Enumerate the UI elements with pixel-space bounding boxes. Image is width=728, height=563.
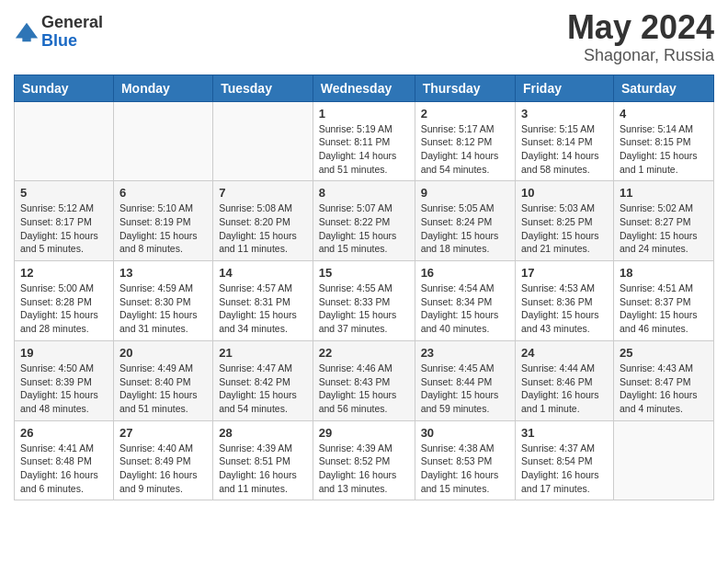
day-info: Sunrise: 5:05 AMSunset: 8:24 PMDaylight:… xyxy=(421,201,509,256)
day-info: Sunrise: 4:41 AMSunset: 8:48 PMDaylight:… xyxy=(20,442,108,496)
main-title: May 2024 xyxy=(567,9,714,46)
calendar-cell xyxy=(15,101,114,181)
day-info: Sunrise: 4:45 AMSunset: 8:44 PMDaylight:… xyxy=(421,362,509,416)
weekday-header-thursday: Thursday xyxy=(415,75,515,101)
day-number: 26 xyxy=(20,426,108,440)
day-number: 22 xyxy=(319,346,409,360)
day-info: Sunrise: 4:37 AMSunset: 8:54 PMDaylight:… xyxy=(521,442,608,496)
day-info: Sunrise: 4:43 AMSunset: 8:47 PMDaylight:… xyxy=(620,362,708,416)
day-number: 24 xyxy=(521,346,608,360)
day-info: Sunrise: 4:40 AMSunset: 8:49 PMDaylight:… xyxy=(119,442,207,496)
day-number: 29 xyxy=(319,426,409,440)
title-block: May 2024 Shagonar, Russia xyxy=(567,9,714,65)
day-info: Sunrise: 4:39 AMSunset: 8:52 PMDaylight:… xyxy=(319,442,409,496)
logo-general-text: General xyxy=(41,14,103,32)
day-info: Sunrise: 5:10 AMSunset: 8:19 PMDaylight:… xyxy=(119,201,207,256)
day-number: 10 xyxy=(521,186,608,200)
calendar-cell: 10Sunrise: 5:03 AMSunset: 8:25 PMDayligh… xyxy=(515,181,613,261)
day-number: 27 xyxy=(119,426,207,440)
weekday-header-monday: Monday xyxy=(113,75,212,101)
day-number: 9 xyxy=(421,186,509,200)
day-number: 19 xyxy=(20,346,108,360)
weekday-header-friday: Friday xyxy=(515,75,613,101)
day-info: Sunrise: 5:15 AMSunset: 8:14 PMDaylight:… xyxy=(521,122,608,177)
day-number: 23 xyxy=(421,346,509,360)
calendar-week-row: 1Sunrise: 5:19 AMSunset: 8:11 PMDaylight… xyxy=(15,101,714,181)
day-number: 20 xyxy=(119,346,207,360)
calendar-cell: 17Sunrise: 4:53 AMSunset: 8:36 PMDayligh… xyxy=(515,261,613,341)
weekday-header-tuesday: Tuesday xyxy=(213,75,313,101)
day-number: 31 xyxy=(521,426,608,440)
day-number: 15 xyxy=(319,266,409,280)
day-number: 21 xyxy=(219,346,307,360)
day-info: Sunrise: 4:51 AMSunset: 8:37 PMDaylight:… xyxy=(620,282,708,336)
weekday-header-saturday: Saturday xyxy=(613,75,713,101)
calendar-cell: 3Sunrise: 5:15 AMSunset: 8:14 PMDaylight… xyxy=(515,101,613,181)
day-number: 4 xyxy=(620,107,708,121)
header: General Blue May 2024 Shagonar, Russia xyxy=(14,9,714,65)
day-info: Sunrise: 4:55 AMSunset: 8:33 PMDaylight:… xyxy=(319,282,409,336)
calendar-cell: 13Sunrise: 4:59 AMSunset: 8:30 PMDayligh… xyxy=(113,261,212,341)
calendar-cell: 12Sunrise: 5:00 AMSunset: 8:28 PMDayligh… xyxy=(15,261,114,341)
calendar-cell: 2Sunrise: 5:17 AMSunset: 8:12 PMDaylight… xyxy=(415,101,515,181)
day-number: 14 xyxy=(219,266,307,280)
calendar-cell: 28Sunrise: 4:39 AMSunset: 8:51 PMDayligh… xyxy=(213,420,313,500)
calendar-cell: 16Sunrise: 4:54 AMSunset: 8:34 PMDayligh… xyxy=(415,261,515,341)
calendar-cell: 18Sunrise: 4:51 AMSunset: 8:37 PMDayligh… xyxy=(613,261,713,341)
calendar-cell: 19Sunrise: 4:50 AMSunset: 8:39 PMDayligh… xyxy=(15,340,114,420)
page: General Blue May 2024 Shagonar, Russia S… xyxy=(0,0,728,514)
day-info: Sunrise: 4:53 AMSunset: 8:36 PMDaylight:… xyxy=(521,282,608,336)
weekday-header-wednesday: Wednesday xyxy=(313,75,415,101)
calendar-cell: 1Sunrise: 5:19 AMSunset: 8:11 PMDaylight… xyxy=(313,101,415,181)
calendar-week-row: 19Sunrise: 4:50 AMSunset: 8:39 PMDayligh… xyxy=(15,340,714,420)
calendar-header-row: SundayMondayTuesdayWednesdayThursdayFrid… xyxy=(15,75,714,101)
calendar-cell: 6Sunrise: 5:10 AMSunset: 8:19 PMDaylight… xyxy=(113,181,212,261)
calendar-week-row: 12Sunrise: 5:00 AMSunset: 8:28 PMDayligh… xyxy=(15,261,714,341)
day-number: 11 xyxy=(620,186,708,200)
day-info: Sunrise: 5:17 AMSunset: 8:12 PMDaylight:… xyxy=(421,122,509,177)
day-info: Sunrise: 4:39 AMSunset: 8:51 PMDaylight:… xyxy=(219,442,307,496)
day-info: Sunrise: 4:50 AMSunset: 8:39 PMDaylight:… xyxy=(20,362,108,416)
day-number: 5 xyxy=(20,186,108,200)
logo-blue-text: Blue xyxy=(41,32,103,51)
weekday-header-sunday: Sunday xyxy=(15,75,114,101)
day-info: Sunrise: 5:00 AMSunset: 8:28 PMDaylight:… xyxy=(20,282,108,336)
calendar-cell: 14Sunrise: 4:57 AMSunset: 8:31 PMDayligh… xyxy=(213,261,313,341)
day-info: Sunrise: 5:02 AMSunset: 8:27 PMDaylight:… xyxy=(620,201,708,256)
calendar-cell: 27Sunrise: 4:40 AMSunset: 8:49 PMDayligh… xyxy=(113,420,212,500)
day-info: Sunrise: 4:57 AMSunset: 8:31 PMDaylight:… xyxy=(219,282,307,336)
calendar-cell: 4Sunrise: 5:14 AMSunset: 8:15 PMDaylight… xyxy=(613,101,713,181)
day-info: Sunrise: 5:07 AMSunset: 8:22 PMDaylight:… xyxy=(319,201,409,256)
day-number: 16 xyxy=(421,266,509,280)
calendar-cell: 20Sunrise: 4:49 AMSunset: 8:40 PMDayligh… xyxy=(113,340,212,420)
day-info: Sunrise: 4:54 AMSunset: 8:34 PMDaylight:… xyxy=(421,282,509,336)
calendar-week-row: 26Sunrise: 4:41 AMSunset: 8:48 PMDayligh… xyxy=(15,420,714,500)
day-number: 3 xyxy=(521,107,608,121)
calendar-cell: 25Sunrise: 4:43 AMSunset: 8:47 PMDayligh… xyxy=(613,340,713,420)
day-info: Sunrise: 5:08 AMSunset: 8:20 PMDaylight:… xyxy=(219,201,307,256)
day-info: Sunrise: 4:46 AMSunset: 8:43 PMDaylight:… xyxy=(319,362,409,416)
calendar-cell: 7Sunrise: 5:08 AMSunset: 8:20 PMDaylight… xyxy=(213,181,313,261)
day-number: 7 xyxy=(219,186,307,200)
day-number: 6 xyxy=(119,186,207,200)
calendar-cell: 29Sunrise: 4:39 AMSunset: 8:52 PMDayligh… xyxy=(313,420,415,500)
day-number: 12 xyxy=(20,266,108,280)
calendar-cell: 15Sunrise: 4:55 AMSunset: 8:33 PMDayligh… xyxy=(313,261,415,341)
logo-icon xyxy=(14,19,40,45)
day-info: Sunrise: 4:38 AMSunset: 8:53 PMDaylight:… xyxy=(421,442,509,496)
calendar-cell: 21Sunrise: 4:47 AMSunset: 8:42 PMDayligh… xyxy=(213,340,313,420)
calendar-cell: 31Sunrise: 4:37 AMSunset: 8:54 PMDayligh… xyxy=(515,420,613,500)
calendar-cell: 22Sunrise: 4:46 AMSunset: 8:43 PMDayligh… xyxy=(313,340,415,420)
calendar-table: SundayMondayTuesdayWednesdayThursdayFrid… xyxy=(14,75,714,501)
calendar-cell: 5Sunrise: 5:12 AMSunset: 8:17 PMDaylight… xyxy=(15,181,114,261)
day-number: 28 xyxy=(219,426,307,440)
day-number: 13 xyxy=(119,266,207,280)
day-number: 8 xyxy=(319,186,409,200)
calendar-cell: 23Sunrise: 4:45 AMSunset: 8:44 PMDayligh… xyxy=(415,340,515,420)
svg-rect-1 xyxy=(22,35,30,41)
calendar-cell: 24Sunrise: 4:44 AMSunset: 8:46 PMDayligh… xyxy=(515,340,613,420)
calendar-week-row: 5Sunrise: 5:12 AMSunset: 8:17 PMDaylight… xyxy=(15,181,714,261)
day-info: Sunrise: 4:59 AMSunset: 8:30 PMDaylight:… xyxy=(119,282,207,336)
calendar-cell xyxy=(613,420,713,500)
day-info: Sunrise: 5:14 AMSunset: 8:15 PMDaylight:… xyxy=(620,122,708,177)
